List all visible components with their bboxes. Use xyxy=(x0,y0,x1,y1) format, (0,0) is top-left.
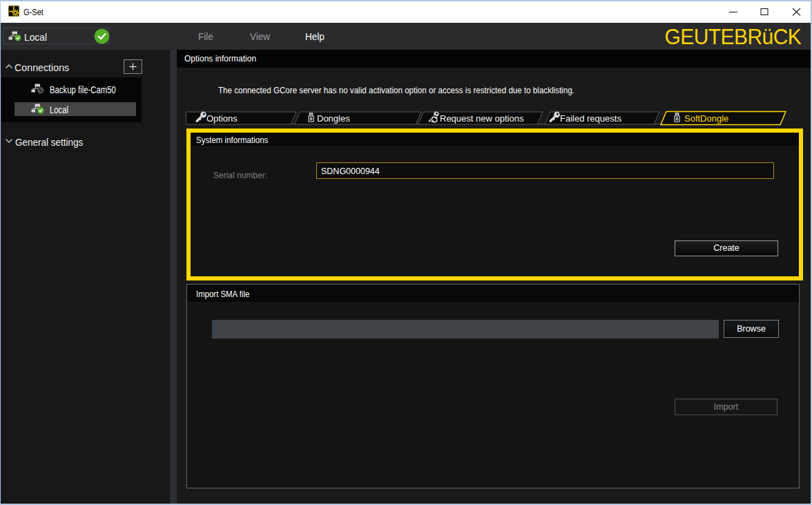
svg-text:Request new options: Request new options xyxy=(440,113,524,124)
svg-text:Dongles: Dongles xyxy=(317,113,350,124)
svg-text:Failed requests: Failed requests xyxy=(560,113,621,124)
svg-text:SoftDongle: SoftDongle xyxy=(684,113,728,124)
svg-text:Options: Options xyxy=(206,113,238,124)
